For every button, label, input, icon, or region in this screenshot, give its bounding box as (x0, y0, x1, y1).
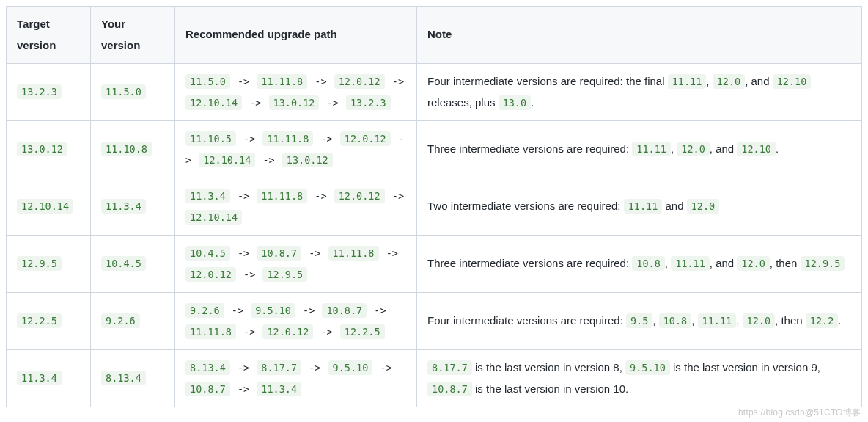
version-code: 10.8.7 (257, 246, 301, 261)
version-code: 12.10.14 (17, 199, 73, 214)
cell-upgrade-path: 9.2.6 -> 9.5.10 -> 10.8.7 -> 11.11.8 -> … (175, 293, 417, 350)
arrow-icon: -> (230, 383, 257, 395)
cell-your-version: 11.5.0 (91, 64, 175, 121)
version-code: 11.11.8 (185, 324, 236, 339)
note-text: , then (775, 314, 806, 327)
version-code: 12.0 (737, 256, 770, 271)
version-code: 12.0 (687, 199, 720, 214)
note-text: is the last version in version 9, (670, 361, 820, 374)
version-code: 10.4.5 (101, 256, 146, 271)
version-code: 12.10.14 (185, 210, 242, 225)
version-code: 8.13.4 (101, 371, 146, 385)
version-code: 12.10 (737, 142, 776, 156)
version-code: 12.0.12 (185, 267, 236, 282)
watermark-text: https://blog.csdn@51CTO博客 (738, 407, 861, 413)
header-upgrade-path: Recommended upgrade path (175, 7, 417, 64)
upgrade-path-table: Target version Your version Recommended … (6, 6, 862, 407)
version-code: 11.11.8 (328, 246, 379, 261)
cell-upgrade-path: 8.13.4 -> 8.17.7 -> 9.5.10 -> 10.8.7 -> … (175, 350, 417, 407)
version-code: 9.5.10 (328, 360, 373, 375)
version-code: 12.0 (677, 142, 710, 156)
version-code: 9.2.6 (185, 303, 224, 318)
version-code: 11.3.4 (257, 382, 301, 396)
arrow-icon: -> (230, 190, 257, 202)
cell-upgrade-path: 10.4.5 -> 10.8.7 -> 11.11.8 -> 12.0.12 -… (175, 236, 417, 293)
note-text: Two intermediate versions are required: (427, 200, 624, 212)
note-text: , and (710, 142, 738, 155)
arrow-icon: -> (236, 326, 263, 338)
cell-note: Four intermediate versions are required:… (417, 64, 862, 121)
version-code: 9.5.10 (625, 360, 670, 375)
version-code: 12.0 (713, 74, 746, 89)
note-text: Three intermediate versions are required… (427, 257, 632, 269)
arrow-icon: -> (313, 326, 340, 338)
cell-your-version: 9.2.6 (91, 293, 175, 350)
version-code: 13.0.12 (269, 95, 320, 110)
note-text: is the last version in version 10. (472, 382, 628, 395)
arrow-icon: -> (379, 247, 400, 259)
cell-your-version: 11.10.8 (91, 121, 175, 178)
note-text: , (706, 75, 712, 87)
version-code: 13.2.3 (346, 95, 391, 110)
arrow-icon: -> (230, 76, 257, 87)
version-code: 8.13.4 (185, 360, 230, 375)
version-code: 10.8.7 (185, 382, 230, 396)
version-code: 9.5 (626, 313, 652, 328)
cell-target-version: 13.0.12 (7, 121, 91, 178)
cell-note: 8.17.7 is the last version in version 8,… (417, 350, 862, 407)
version-code: 11.5.0 (101, 84, 146, 99)
version-code: 12.2.5 (17, 313, 62, 328)
version-code: 12.2 (806, 313, 839, 328)
arrow-icon: -> (255, 154, 282, 166)
arrow-icon: -> (301, 362, 328, 374)
version-code: 13.0 (499, 95, 532, 110)
note-text: is the last version in version 8, (472, 361, 625, 374)
version-code: 11.3.4 (185, 189, 230, 203)
version-code: 11.11.8 (262, 131, 313, 146)
arrow-icon: -> (230, 247, 257, 259)
version-code: 12.2.5 (340, 324, 385, 339)
note-text: , (665, 257, 671, 269)
version-code: 11.11 (632, 142, 671, 156)
note-text: , and (745, 75, 773, 87)
note-text: , (691, 314, 697, 327)
cell-upgrade-path: 11.3.4 -> 11.11.8 -> 12.0.12 -> 12.10.14 (175, 178, 417, 236)
arrow-icon: -> (385, 190, 405, 202)
version-code: 8.17.7 (427, 360, 472, 375)
version-code: 12.0 (743, 313, 776, 328)
note-text: . (838, 314, 841, 327)
version-code: 10.8.7 (322, 303, 367, 318)
version-code: 12.10.14 (199, 153, 255, 167)
version-code: 11.3.4 (17, 371, 62, 385)
table-row: 13.0.1211.10.811.10.5 -> 11.11.8 -> 12.0… (7, 121, 862, 178)
version-code: 11.5.0 (185, 74, 230, 89)
note-text: , then (770, 257, 801, 269)
note-text: Three intermediate versions are required… (427, 142, 632, 155)
table-row: 12.10.1411.3.411.3.4 -> 11.11.8 -> 12.0.… (7, 178, 862, 236)
version-code: 10.4.5 (185, 246, 230, 261)
version-code: 9.5.10 (251, 303, 295, 318)
version-code: 11.3.4 (101, 199, 146, 214)
table-header-row: Target version Your version Recommended … (7, 7, 862, 64)
header-target-version: Target version (7, 7, 91, 64)
version-code: 10.8 (659, 313, 692, 328)
version-code: 12.0.12 (262, 324, 313, 339)
version-code: 11.11 (671, 256, 710, 271)
version-code: 13.0.12 (282, 153, 333, 167)
arrow-icon: -> (301, 247, 328, 259)
version-code: 11.11.8 (257, 74, 307, 89)
table-row: 12.9.510.4.510.4.5 -> 10.8.7 -> 11.11.8 … (7, 236, 862, 293)
cell-your-version: 8.13.4 (91, 350, 175, 407)
table-row: 11.3.48.13.48.13.4 -> 8.17.7 -> 9.5.10 -… (7, 350, 862, 407)
version-code: 11.11 (698, 313, 737, 328)
arrow-icon: -> (236, 133, 263, 145)
cell-target-version: 11.3.4 (7, 350, 91, 407)
note-text: Four intermediate versions are required: (427, 314, 626, 327)
arrow-icon: -> (224, 305, 251, 316)
cell-target-version: 12.2.5 (7, 293, 91, 350)
version-code: 11.10.5 (185, 131, 236, 146)
arrow-icon: -> (367, 305, 387, 316)
arrow-icon: -> (372, 362, 393, 374)
note-text: . (531, 96, 534, 109)
arrow-icon: -> (385, 76, 405, 87)
